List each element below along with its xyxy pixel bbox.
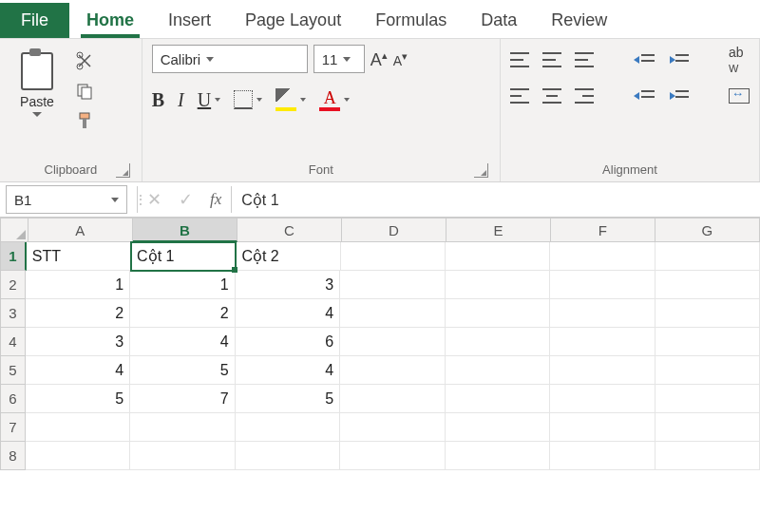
cell[interactable] — [340, 328, 445, 356]
cell[interactable] — [26, 442, 130, 470]
format-painter-icon[interactable] — [74, 111, 95, 132]
cell[interactable] — [550, 242, 655, 271]
cell[interactable] — [446, 328, 550, 356]
cell[interactable] — [656, 385, 760, 413]
cell[interactable]: 1 — [130, 271, 235, 299]
column-header[interactable]: A — [28, 218, 133, 242]
formula-bar-input[interactable]: Cột 1 — [241, 191, 278, 209]
cell[interactable] — [340, 356, 445, 385]
underline-button[interactable]: U — [198, 89, 220, 111]
decrease-indent-icon[interactable] — [634, 52, 655, 67]
row-header[interactable]: 5 — [0, 356, 26, 385]
cell[interactable] — [550, 385, 655, 413]
tab-file[interactable]: File — [0, 3, 69, 38]
chevron-down-icon[interactable] — [256, 98, 262, 102]
cell[interactable] — [26, 413, 130, 442]
select-all-corner[interactable] — [0, 218, 28, 242]
increase-indent-icon[interactable] — [668, 52, 689, 67]
cell[interactable] — [656, 356, 760, 385]
borders-button[interactable] — [234, 90, 262, 109]
font-name-combo[interactable]: Calibri — [152, 45, 308, 73]
increase-font-size[interactable]: A▴ — [370, 50, 388, 68]
cell[interactable]: 1 — [26, 271, 130, 299]
font-size-combo[interactable]: 11 — [314, 45, 365, 73]
fill-color-button[interactable] — [276, 88, 306, 111]
row-header[interactable]: 6 — [0, 385, 26, 413]
cell[interactable]: Cột 2 — [236, 242, 340, 271]
align-center-icon[interactable] — [542, 88, 561, 104]
cell[interactable] — [130, 442, 235, 470]
cell[interactable] — [656, 271, 760, 299]
cancel-formula-icon[interactable]: ✕ — [147, 189, 162, 210]
name-box[interactable]: B1 — [6, 185, 127, 214]
column-header[interactable]: B — [133, 218, 238, 242]
cell[interactable] — [446, 413, 550, 442]
column-header[interactable]: G — [656, 218, 760, 242]
chevron-down-icon[interactable] — [32, 112, 42, 117]
cell[interactable] — [446, 356, 550, 385]
cell[interactable]: 7 — [130, 385, 235, 413]
cell[interactable] — [446, 242, 550, 271]
cell[interactable] — [340, 271, 445, 299]
increase-indent-icon[interactable] — [668, 88, 689, 104]
row-header[interactable]: 7 — [0, 413, 26, 442]
chevron-down-icon[interactable] — [215, 98, 220, 102]
align-top-icon[interactable] — [510, 52, 529, 67]
clipboard-dialog-launcher[interactable] — [116, 163, 130, 178]
cell[interactable]: Cột 1 — [131, 242, 236, 271]
cell[interactable] — [656, 328, 760, 356]
bold-button[interactable]: B — [152, 89, 164, 111]
cell[interactable] — [656, 299, 760, 328]
align-right-icon[interactable] — [575, 88, 594, 104]
align-bottom-icon[interactable] — [575, 52, 594, 67]
align-left-icon[interactable] — [510, 88, 529, 104]
row-header[interactable]: 3 — [0, 299, 26, 328]
cell[interactable] — [340, 413, 445, 442]
cell[interactable]: 2 — [130, 299, 235, 328]
column-header[interactable]: F — [551, 218, 656, 242]
cell[interactable] — [550, 328, 655, 356]
cell[interactable] — [236, 442, 340, 470]
font-color-button[interactable]: A — [319, 89, 350, 111]
cell[interactable] — [550, 299, 655, 328]
cell[interactable] — [340, 299, 445, 328]
cell[interactable]: 4 — [236, 299, 340, 328]
cell[interactable] — [656, 442, 760, 470]
tab-home[interactable]: Home — [69, 7, 151, 38]
cell[interactable] — [550, 271, 655, 299]
cell[interactable]: 3 — [236, 271, 340, 299]
paste-button[interactable]: Paste — [10, 45, 65, 117]
cell[interactable] — [550, 356, 655, 385]
tab-insert[interactable]: Insert — [151, 7, 228, 38]
cell[interactable] — [446, 299, 550, 328]
chevron-down-icon[interactable] — [343, 57, 351, 62]
chevron-down-icon[interactable] — [111, 198, 119, 202]
cell[interactable] — [550, 413, 655, 442]
cell[interactable] — [340, 385, 445, 413]
cell[interactable] — [236, 413, 340, 442]
tab-data[interactable]: Data — [464, 7, 534, 38]
row-header[interactable]: 2 — [0, 271, 26, 299]
row-header[interactable]: 1 — [0, 242, 27, 271]
enter-formula-icon[interactable]: ✓ — [179, 189, 193, 210]
italic-button[interactable]: I — [178, 89, 184, 111]
column-header[interactable]: C — [238, 218, 342, 242]
cell[interactable] — [656, 242, 760, 271]
cut-icon[interactable] — [74, 50, 95, 71]
column-header[interactable]: E — [446, 218, 551, 242]
chevron-down-icon[interactable] — [206, 57, 214, 62]
merge-center-button[interactable] — [729, 88, 750, 104]
chevron-down-icon[interactable] — [300, 98, 306, 102]
cell[interactable] — [446, 442, 550, 470]
cell[interactable]: 2 — [26, 299, 130, 328]
copy-icon[interactable] — [74, 81, 95, 102]
row-header[interactable]: 8 — [0, 442, 26, 470]
cell[interactable] — [340, 442, 445, 470]
cell[interactable]: 6 — [236, 328, 340, 356]
cell[interactable]: 5 — [26, 385, 130, 413]
cell[interactable]: STT — [27, 242, 131, 271]
worksheet-grid[interactable]: ABCDEFG 1STTCột 1Cột 2211332244346545465… — [0, 218, 760, 470]
cell[interactable] — [446, 385, 550, 413]
cell[interactable] — [130, 413, 235, 442]
decrease-indent-icon[interactable] — [634, 88, 655, 104]
